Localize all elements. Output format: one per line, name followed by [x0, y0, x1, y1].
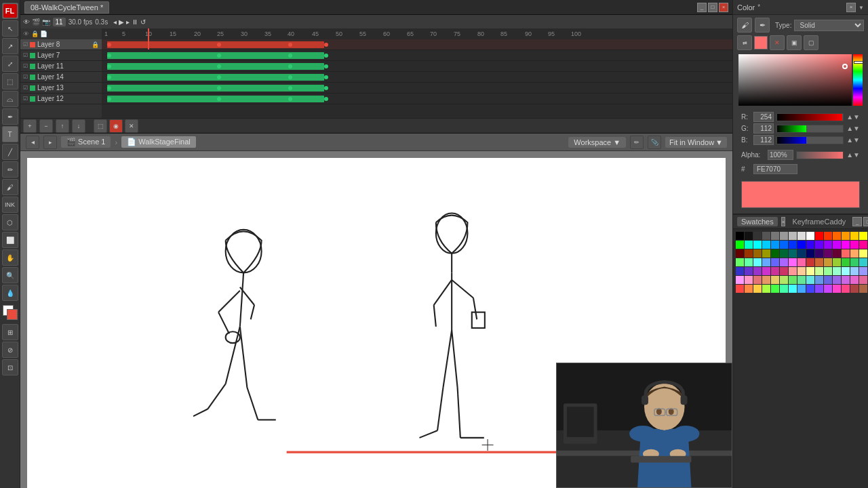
- swatch-cell-4-1[interactable]: [745, 267, 753, 275]
- swatch-cell-2-12[interactable]: [842, 249, 850, 258]
- layer-up-btn[interactable]: ↑: [56, 119, 69, 133]
- swatch-cell-0-13[interactable]: [850, 232, 859, 240]
- next-frame-btn[interactable]: ▸: [126, 18, 130, 26]
- swatch-cell-1-14[interactable]: [859, 241, 867, 249]
- swatch-cell-1-13[interactable]: [850, 241, 859, 249]
- swatch-cell-0-1[interactable]: [745, 232, 753, 240]
- hand-tool[interactable]: ✋: [2, 249, 18, 266]
- swatch-cell-2-3[interactable]: [762, 249, 770, 258]
- swatch-cell-3-14[interactable]: [859, 258, 867, 266]
- snap-align-tool[interactable]: ⊞: [2, 324, 18, 340]
- swatch-cell-3-13[interactable]: [850, 258, 859, 266]
- swatch-cell-5-2[interactable]: [753, 276, 762, 284]
- loop-btn[interactable]: ↺: [140, 18, 146, 26]
- swatch-cell-5-0[interactable]: [736, 276, 744, 284]
- swatch-cell-6-1[interactable]: [745, 285, 753, 293]
- layer-row-7[interactable]: ☑ Layer 7: [20, 50, 102, 61]
- free-transform-tool[interactable]: ⤢: [2, 56, 18, 72]
- line-tool[interactable]: ╱: [2, 144, 18, 160]
- swatch-cell-6-11[interactable]: [833, 285, 841, 293]
- swatch-cell-5-7[interactable]: [797, 276, 806, 284]
- swatch-cell-5-9[interactable]: [815, 276, 823, 284]
- stroke-btn[interactable]: ✒: [755, 18, 770, 33]
- swatch-cell-5-10[interactable]: [824, 276, 832, 284]
- swatch-cell-0-6[interactable]: [789, 232, 797, 240]
- color-hue-bar[interactable]: [853, 54, 863, 106]
- swatch-cell-1-4[interactable]: [771, 241, 779, 249]
- fill-toggle-btn[interactable]: ▣: [787, 35, 802, 50]
- swatch-cell-6-3[interactable]: [762, 285, 770, 293]
- swatch-cell-1-2[interactable]: [753, 241, 762, 249]
- subselection-tool[interactable]: ↗: [2, 38, 18, 54]
- b-stepper[interactable]: ▲▼: [846, 136, 860, 144]
- swatch-cell-1-7[interactable]: [797, 241, 806, 249]
- b-input[interactable]: [753, 135, 774, 145]
- swatch-cell-6-12[interactable]: [842, 285, 850, 293]
- swatch-cell-6-13[interactable]: [850, 285, 859, 293]
- play-btn[interactable]: ▶: [119, 18, 124, 26]
- layer-row-8[interactable]: ☑ Layer 8 🔒: [20, 39, 102, 50]
- swatch-cell-2-4[interactable]: [771, 249, 779, 258]
- edit-scene-btn[interactable]: ✏: [630, 136, 644, 149]
- swatch-cell-5-4[interactable]: [771, 276, 779, 284]
- swatch-cell-2-13[interactable]: [850, 249, 859, 258]
- swatch-cell-3-6[interactable]: [789, 258, 797, 266]
- brush-tool[interactable]: 🖌: [2, 179, 18, 195]
- swatch-cell-5-5[interactable]: [780, 276, 788, 284]
- swatch-cell-2-2[interactable]: [753, 249, 762, 258]
- close-btn[interactable]: ×: [719, 3, 728, 12]
- swatches-close-btn[interactable]: ×: [781, 217, 786, 226]
- swatch-cell-3-9[interactable]: [815, 258, 823, 266]
- fit-window-btn[interactable]: Fit in Window ▼: [665, 137, 727, 148]
- stop-btn[interactable]: ⏸: [132, 18, 138, 26]
- alpha-stepper[interactable]: ▲▼: [846, 151, 860, 159]
- swatch-cell-3-8[interactable]: [806, 258, 814, 266]
- camera-tool[interactable]: ⊡: [2, 359, 18, 375]
- bone-tool[interactable]: ⊘: [2, 342, 18, 358]
- swatch-cell-0-7[interactable]: [797, 232, 806, 240]
- swatch-cell-2-14[interactable]: [859, 249, 867, 258]
- swatch-cell-4-0[interactable]: [736, 267, 744, 275]
- scene-tab[interactable]: 🎬 Scene 1: [61, 136, 111, 148]
- swatch-cell-6-6[interactable]: [789, 285, 797, 293]
- clip-btn[interactable]: 📎: [648, 136, 661, 149]
- layer-row-12[interactable]: ☑ Layer 12: [20, 94, 102, 104]
- hex-input[interactable]: [753, 164, 797, 174]
- r-stepper[interactable]: ▲▼: [846, 113, 860, 121]
- g-input[interactable]: [753, 123, 774, 134]
- swatch-cell-0-9[interactable]: [815, 232, 823, 240]
- swatches-expand-btn[interactable]: □: [863, 217, 868, 226]
- swatch-cell-2-5[interactable]: [780, 249, 788, 258]
- swatch-cell-1-0[interactable]: [736, 241, 744, 249]
- delete-frame-btn[interactable]: ✕: [125, 119, 138, 133]
- swatch-cell-2-9[interactable]: [815, 249, 823, 258]
- swatch-cell-1-8[interactable]: [806, 241, 814, 249]
- swatch-cell-3-1[interactable]: [745, 258, 753, 266]
- swatch-cell-1-3[interactable]: [762, 241, 770, 249]
- swatch-cell-2-11[interactable]: [833, 249, 841, 258]
- swatch-cell-4-13[interactable]: [850, 267, 859, 275]
- swatches-minimize-btn[interactable]: _: [852, 217, 862, 226]
- swatch-cell-0-4[interactable]: [771, 232, 779, 240]
- lasso-tool[interactable]: ⌓: [2, 91, 18, 107]
- swatch-cell-1-9[interactable]: [815, 241, 823, 249]
- canvas-area[interactable]: [20, 151, 732, 488]
- swatch-cell-4-12[interactable]: [842, 267, 850, 275]
- app-tab[interactable]: 08-WalkCycleTween *: [24, 1, 109, 14]
- swatch-cell-5-13[interactable]: [850, 276, 859, 284]
- alpha-input[interactable]: [768, 150, 793, 160]
- selection-tool[interactable]: ↖: [2, 20, 18, 37]
- ink-tool[interactable]: INK: [2, 197, 18, 213]
- swatch-cell-5-3[interactable]: [762, 276, 770, 284]
- eraser-tool[interactable]: ⬜: [2, 232, 18, 248]
- keyframecaddy-tab[interactable]: KeyframeCaddy: [788, 217, 850, 226]
- swatch-cell-2-7[interactable]: [797, 249, 806, 258]
- swatch-cell-4-7[interactable]: [797, 267, 806, 275]
- layer-down-btn[interactable]: ↓: [72, 119, 85, 133]
- color-gradient-area[interactable]: [737, 53, 864, 107]
- maximize-btn[interactable]: □: [708, 3, 717, 12]
- color-panel-close-btn[interactable]: ×: [846, 3, 856, 12]
- layer-row-14[interactable]: ☑ Layer 14: [20, 72, 102, 83]
- swatch-cell-0-12[interactable]: [842, 232, 850, 240]
- swatch-cell-0-10[interactable]: [824, 232, 832, 240]
